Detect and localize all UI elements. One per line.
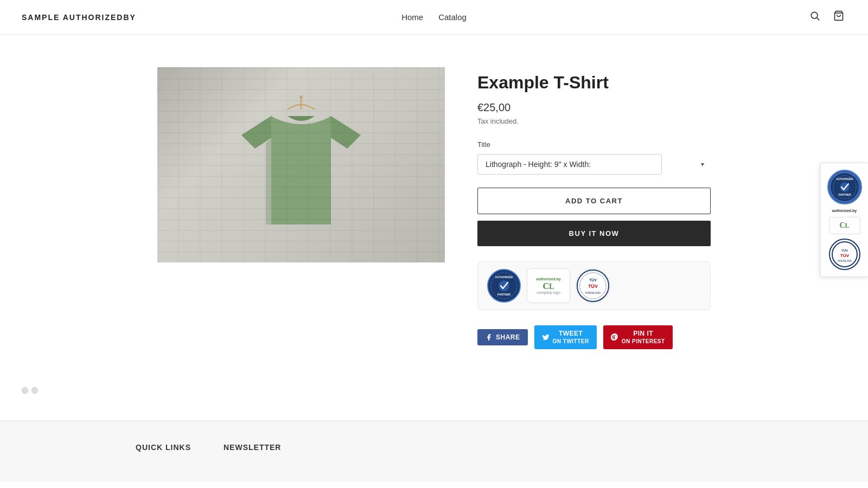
svg-point-0: [811, 12, 818, 18]
svg-text:RHEINLAND: RHEINLAND: [837, 260, 852, 262]
footer-content: Quick links Newsletter: [136, 443, 732, 460]
search-button[interactable]: [807, 8, 822, 26]
nav-home[interactable]: Home: [401, 12, 423, 22]
product-image-wrap: [157, 67, 445, 349]
floating-authorized-icon: AUTHORIZED PARTNER: [829, 171, 860, 203]
svg-text:PARTNER: PARTNER: [838, 194, 851, 196]
tuv-badge: TÜV TÜV RHEINLAND: [576, 268, 610, 303]
cart-button[interactable]: [831, 8, 846, 26]
title-label: Title: [477, 140, 711, 149]
pin-label: PIN ITON PINTEREST: [622, 330, 665, 345]
cart-icon: [833, 10, 844, 21]
company-label: company logo: [537, 291, 560, 294]
scroll-indicator: [0, 382, 868, 399]
product-image: [157, 67, 445, 262]
title-select[interactable]: Lithograph - Height: 9" x Width:: [477, 154, 662, 175]
pinterest-pin-button[interactable]: PIN ITON PINTEREST: [603, 325, 673, 349]
tweet-label: TWEETON TWITTER: [553, 330, 589, 345]
floating-tuv-badge: TÜV TÜV RHEINLAND: [829, 239, 860, 270]
svg-text:TÜV: TÜV: [840, 253, 850, 258]
product-title: Example T-Shirt: [477, 73, 711, 93]
floating-authorized-badge: AUTHORIZED PARTNER: [827, 170, 862, 204]
header-icons: [807, 8, 846, 26]
authorized-badge-icon: AUTHORIZED PARTNER: [487, 268, 521, 303]
facebook-share-button[interactable]: SHARE: [477, 329, 528, 345]
company-logo-text: CL: [543, 282, 554, 291]
site-logo: SAMPLE AUTHORIZEDBY: [22, 13, 136, 22]
product-page: Example T-Shirt €25,00 Tax included. Tit…: [136, 67, 732, 349]
svg-line-1: [817, 18, 820, 21]
floating-sidebar-badge: AUTHORIZED PARTNER authorized.by CL TÜV …: [820, 163, 868, 277]
authorized-by-text: authorized.by: [536, 277, 561, 281]
twitter-tweet-button[interactable]: TWEETON TWITTER: [534, 325, 597, 349]
svg-text:TÜV: TÜV: [841, 249, 848, 252]
buy-it-now-button[interactable]: BUY IT NOW: [477, 221, 711, 246]
footer: Quick links Newsletter: [0, 421, 868, 482]
twitter-icon: [542, 333, 550, 341]
main-nav: Home Catalog: [401, 12, 467, 22]
header: SAMPLE AUTHORIZEDBY Home Catalog: [0, 0, 868, 35]
search-icon: [809, 10, 820, 21]
tuv-badge-icon: TÜV TÜV RHEINLAND: [576, 268, 610, 303]
quick-links-heading: Quick links: [136, 443, 191, 452]
newsletter-heading: Newsletter: [224, 443, 281, 452]
product-price: €25,00: [477, 101, 711, 114]
floating-company-text: CL: [839, 221, 849, 230]
nav-catalog[interactable]: Catalog: [438, 12, 467, 22]
title-select-wrap: Lithograph - Height: 9" x Width: ▾: [477, 154, 711, 175]
svg-text:AUTHORIZED: AUTHORIZED: [836, 178, 853, 181]
add-to-cart-button[interactable]: ADD TO CART: [477, 188, 711, 214]
floating-tuv-icon: TÜV TÜV RHEINLAND: [831, 241, 858, 268]
pinterest-icon: [611, 333, 618, 341]
social-share: SHARE TWEETON TWITTER PIN ITON PINTEREST: [477, 325, 711, 349]
product-tax: Tax included.: [477, 117, 711, 125]
scroll-dot-2: [31, 387, 38, 394]
company-logo-badge: authorized.by CL company logo: [527, 268, 570, 303]
share-label: SHARE: [496, 333, 520, 341]
tshirt-illustration: [241, 94, 361, 235]
tshirt-background: [157, 67, 445, 262]
scroll-dot-1: [22, 387, 28, 394]
facebook-icon: [485, 333, 493, 341]
svg-text:PARTNER: PARTNER: [497, 293, 510, 296]
svg-text:AUTHORIZED: AUTHORIZED: [495, 275, 513, 279]
svg-text:TÜV: TÜV: [589, 278, 597, 282]
floating-authorized-by-text: authorized.by: [832, 209, 857, 213]
trust-badges: AUTHORIZED PARTNER authorized.by CL comp…: [477, 261, 711, 310]
product-details: Example T-Shirt €25,00 Tax included. Tit…: [477, 67, 711, 349]
svg-point-4: [299, 95, 303, 99]
svg-text:TÜV: TÜV: [588, 284, 598, 289]
footer-newsletter: Newsletter: [224, 443, 281, 460]
authorized-partner-badge: AUTHORIZED PARTNER: [487, 268, 521, 303]
floating-company-logo: CL: [829, 217, 860, 234]
chevron-down-icon: ▾: [701, 160, 704, 168]
svg-text:RHEINLAND: RHEINLAND: [585, 292, 601, 294]
footer-quick-links: Quick links: [136, 443, 191, 460]
